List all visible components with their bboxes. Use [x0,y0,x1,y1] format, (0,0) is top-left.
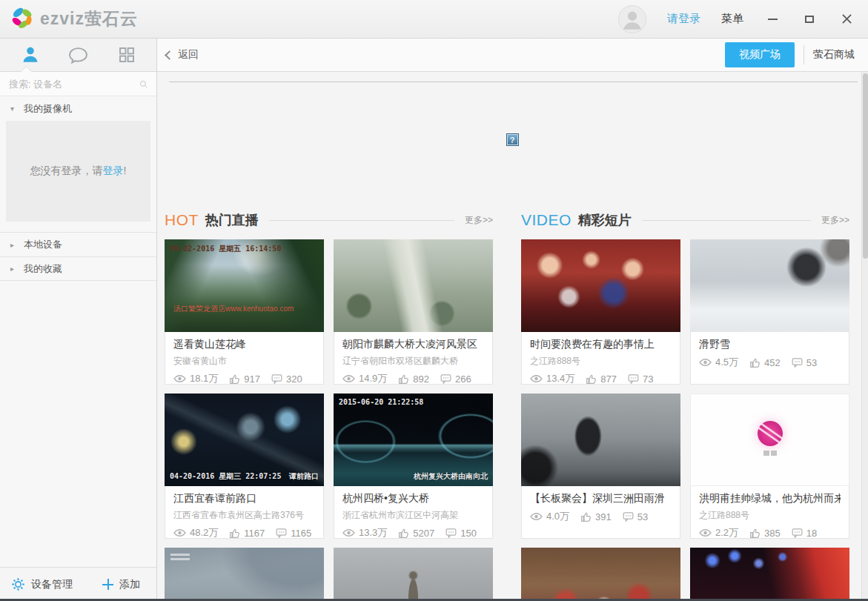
video-plaza-button[interactable]: 视频广场 [725,42,795,67]
close-button[interactable] [838,11,855,27]
card-info: 【长板聚会】深圳三洲田雨滑 4.0万 391 53 [521,486,680,539]
tab-apps[interactable] [108,39,145,71]
likes-count: 892 [413,373,429,385]
video-thumbnail-partial[interactable] [521,548,680,601]
sidebar: ▾ 我的摄像机 您没有登录，请登录! ▸ 本地设备 ▸ 我的收藏 [0,72,157,601]
back-button[interactable]: 返回 [166,48,199,62]
tab-messages[interactable] [60,39,97,71]
osd-block [170,554,190,562]
clip-card[interactable]: 【长板聚会】深圳三洲田雨滑 4.0万 391 53 [521,394,680,539]
likes-count: 452 [764,357,781,368]
banner-area: ? [165,72,868,210]
video-thumbnail-partial[interactable] [165,548,324,601]
clip-card[interactable]: 洪明甫挂帅绿城，他为杭州而来... 之江路888号 2.2万 385 18 [690,394,849,539]
live-card[interactable]: 朝阳市麒麟大桥大凌河风景区 辽宁省朝阳市双塔区麒麟大桥 14.9万 892 26… [334,239,493,385]
device-manage-label: 设备管理 [31,578,73,591]
likes-count: 385 [764,528,781,539]
add-device-button[interactable]: 添加 [102,578,140,591]
comments-count: 53 [637,511,648,522]
video-thumbnail[interactable]: 09-02-2016 星期五 16:14:50 汤口繁荣龙酒店www.kenhu… [165,239,324,332]
views-icon [173,374,186,383]
live-card[interactable]: 09-02-2016 星期五 16:14:50 汤口繁荣龙酒店www.kenhu… [165,239,324,385]
device-search-input[interactable] [9,79,139,90]
likes-count: 877 [600,373,617,385]
views-count: 14.9万 [359,372,387,385]
live-card-partial[interactable] [165,548,324,601]
clip-card[interactable]: 滑野雪 4.5万 452 53 [690,239,849,385]
clip-card-partial[interactable] [521,548,680,601]
video-thumbnail-partial[interactable] [690,548,849,601]
video-thumbnail[interactable] [334,239,493,332]
card-title: 遥看黄山莲花峰 [173,338,315,351]
tab-my-devices[interactable] [12,39,49,71]
video-thumbnail-partial[interactable] [334,548,493,601]
card-title: 朝阳市麒麟大桥大凌河风景区 [342,338,484,351]
live-card-partial[interactable] [334,548,493,601]
video-thumbnail[interactable] [690,239,849,332]
views-count: 4.0万 [546,510,569,523]
likes-icon [749,357,761,368]
views-count: 13.3万 [359,526,387,539]
back-label: 返回 [178,48,199,62]
sidebar-footer: 设备管理 添加 [0,567,156,601]
section-rule [642,220,811,221]
plus-icon [102,579,113,590]
header-divider [804,45,804,64]
clip-card[interactable]: 时间要浪费在有趣的事情上 之江路888号 13.4万 877 73 [521,239,680,385]
video-thumbnail[interactable]: 04-20-2016 星期三 22:07:25 谭前路口 [165,394,324,486]
likes-count: 391 [595,511,612,522]
sub-header: 返回 视频广场 萤石商城 [0,39,868,72]
login-link[interactable]: 请登录 [667,12,700,26]
card-info: 遥看黄山莲花峰 安徽省黄山市 18.1万 917 320 [165,332,324,385]
add-label: 添加 [119,578,140,591]
osd-caption: 杭州复兴大桥由南向北 [414,471,488,482]
ezviz-mall-link[interactable]: 萤石商城 [813,48,858,62]
views-icon [530,512,543,521]
section-title: 精彩短片 [578,211,632,229]
views-count: 4.5万 [715,356,738,369]
views-icon [342,374,355,383]
views-icon [699,528,712,537]
search-icon[interactable] [139,78,148,90]
video-thumbnail[interactable] [521,394,680,486]
video-thumbnail[interactable]: 2015-06-20 21:22:58 杭州复兴大桥由南向北 [334,394,493,486]
more-link-hot[interactable]: 更多>> [465,214,493,227]
comments-icon [628,374,639,384]
video-thumbnail[interactable] [521,239,680,332]
scrollbar-thumb[interactable] [863,73,868,259]
views-count: 13.4万 [546,372,574,385]
minimize-button[interactable] [764,11,781,27]
user-avatar[interactable] [618,5,646,33]
card-stats: 13.4万 877 73 [530,372,672,385]
menu-button[interactable]: 菜单 [721,12,743,26]
more-link-video[interactable]: 更多>> [821,214,849,227]
content-header: 返回 视频广场 萤石商城 [157,39,868,71]
sidebar-group-favorites[interactable]: ▸ 我的收藏 [0,256,156,281]
sidebar-group-my-cameras[interactable]: ▾ 我的摄像机 [0,96,156,121]
vertical-scrollbar[interactable] [861,72,868,601]
back-chevron-icon [165,50,174,60]
comments-count: 73 [643,373,653,385]
watermark-text: 汤口繁荣龙酒店www.kenhuotao.com [173,304,294,314]
live-card[interactable]: 04-20-2016 星期三 22:07:25 谭前路口 江西宜春谭前路口 江西… [165,394,324,539]
card-location: 浙江省杭州市滨江区中河高架 [342,509,484,522]
maximize-icon [805,16,814,23]
live-card[interactable]: 2015-06-20 21:22:58 杭州复兴大桥由南向北 杭州四桥•复兴大桥… [334,394,493,539]
close-icon [842,14,852,24]
comments-count: 150 [460,528,477,539]
banner-divider [169,82,858,82]
card-info: 朝阳市麒麟大桥大凌河风景区 辽宁省朝阳市双塔区麒麟大桥 14.9万 892 26… [334,332,493,385]
ezviz-logo-icon [10,6,34,33]
login-notice-suffix: ! [124,165,127,176]
card-location: 安徽省黄山市 [173,355,315,368]
comments-icon [792,358,803,368]
pink-logo-icon [758,421,783,446]
likes-count: 1167 [244,528,265,539]
video-thumbnail[interactable] [690,394,849,486]
maximize-button[interactable] [801,11,818,27]
sidebar-group-local-devices[interactable]: ▸ 本地设备 [0,232,156,256]
login-notice-link[interactable]: 登录 [103,165,124,176]
device-manage-button[interactable]: 设备管理 [11,577,73,591]
clip-card-partial[interactable] [690,548,849,601]
likes-count: 917 [244,373,260,385]
